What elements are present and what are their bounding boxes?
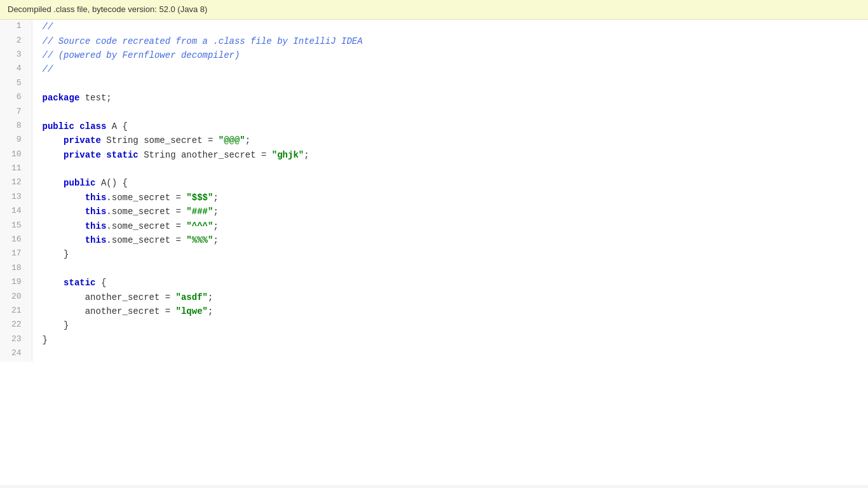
table-row: 1// [0,20,868,34]
line-content [32,105,868,119]
line-number: 8 [0,119,32,133]
table-row: 24 [0,347,868,361]
line-content [32,162,868,176]
token: "$$$" [186,193,213,203]
table-row: 17 } [0,247,868,261]
line-number: 19 [0,276,32,290]
token: ; [213,221,218,231]
token: // Source code recreated from a .class f… [43,36,363,46]
token: A() { [96,178,128,188]
token [43,178,64,188]
table-row: 21 another_secret = "lqwe"; [0,304,868,318]
token [43,135,64,146]
token [43,221,85,231]
line-number: 20 [0,290,32,304]
table-row: 11 [0,162,868,176]
token: ; [208,306,213,316]
line-number: 14 [0,205,32,219]
table-row: 22 } [0,318,868,332]
line-number: 23 [0,333,32,347]
token: "lqwe" [176,306,208,316]
token: test; [79,93,111,103]
token: { [96,278,107,288]
line-content: another_secret = "asdf"; [32,290,868,304]
line-content: package test; [32,91,868,105]
table-row: 14 this.some_secret = "###"; [0,205,868,219]
line-content: } [32,333,868,347]
token: ; [213,193,218,203]
token: .some_secret = [106,235,186,245]
line-content: static { [32,276,868,290]
token: } [43,320,69,330]
token: "^^^" [186,221,213,231]
table-row: 5 [0,77,868,91]
table-row: 6package test; [0,91,868,105]
line-number: 10 [0,148,32,162]
token: } [43,249,69,259]
line-number: 5 [0,77,32,91]
line-number: 2 [0,34,32,48]
token: .some_secret = [106,221,186,231]
line-number: 15 [0,219,32,233]
line-number: 17 [0,247,32,261]
table-row: 7 [0,105,868,119]
table-row: 8public class A { [0,119,868,133]
token: // [43,22,53,32]
code-table: 1//2// Source code recreated from a .cla… [0,20,868,361]
token: // [43,64,53,74]
token: ; [213,235,218,245]
line-number: 1 [0,20,32,34]
token: .some_secret = [106,193,186,203]
token: ; [208,292,213,302]
token: } [43,335,48,345]
line-content: } [32,318,868,332]
line-number: 6 [0,91,32,105]
token: this [85,193,107,203]
table-row: 2// Source code recreated from a .class … [0,34,868,48]
token: public [64,178,95,188]
line-content: private static String another_secret = "… [32,148,868,162]
token: package [43,93,80,103]
line-content: } [32,247,868,261]
token: ; [304,150,309,160]
line-number: 18 [0,262,32,276]
table-row: 15 this.some_secret = "^^^"; [0,219,868,233]
line-content [32,77,868,91]
banner-text: Decompiled .class file, bytecode version… [8,4,207,14]
line-number: 4 [0,62,32,76]
token: private [64,150,101,160]
table-row: 12 public A() { [0,176,868,190]
line-content: this.some_secret = "###"; [32,205,868,219]
table-row: 13 this.some_secret = "$$$"; [0,191,868,205]
line-number: 21 [0,304,32,318]
table-row: 23} [0,333,868,347]
line-number: 12 [0,176,32,190]
token: String another_secret = [139,150,272,160]
token: ; [245,135,250,146]
line-content [32,262,868,276]
line-content [32,347,868,361]
token: String some_secret = [101,135,219,146]
token: .some_secret = [106,207,186,217]
table-row: 18 [0,262,868,276]
table-row: 10 private static String another_secret … [0,148,868,162]
token: ; [213,207,218,217]
table-row: 19 static { [0,276,868,290]
line-content: public A() { [32,176,868,190]
token: this [85,207,107,217]
table-row: 20 another_secret = "asdf"; [0,290,868,304]
line-number: 13 [0,191,32,205]
token: "@@@" [219,135,245,146]
decompiled-banner: Decompiled .class file, bytecode version… [0,0,868,20]
token [43,278,64,288]
token: private [64,135,101,146]
line-number: 24 [0,347,32,361]
line-number: 7 [0,105,32,119]
line-content: // [32,62,868,76]
token: static [64,278,95,288]
line-content: this.some_secret = "%%%"; [32,233,868,247]
token: public [43,121,74,132]
token: this [85,221,107,231]
token [43,193,85,203]
token [43,150,64,160]
